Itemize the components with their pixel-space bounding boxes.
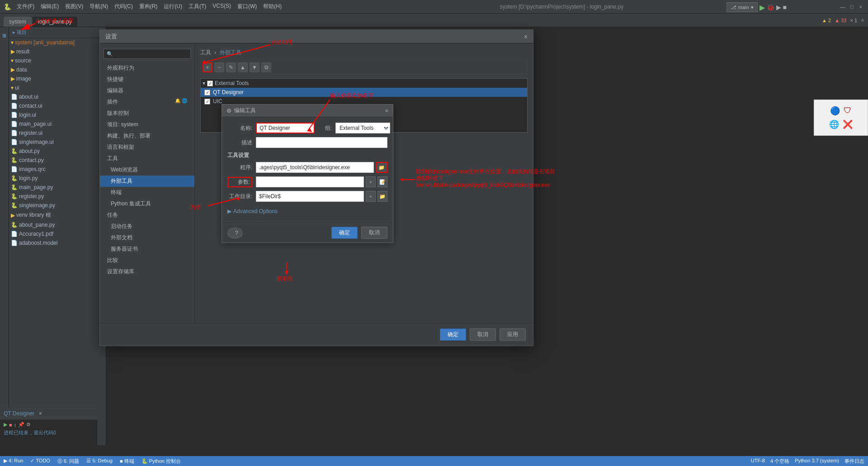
tree-venv[interactable]: ▶venv library 根 [9,210,106,220]
project-icon[interactable]: 项目 [0,29,8,33]
tree-image[interactable]: ▶ image [9,74,106,83]
edit-help-button[interactable]: ? [227,228,243,238]
desc-input[interactable] [256,137,387,148]
todo-tab[interactable]: ✓ TODO [30,458,50,465]
move-down-button[interactable]: ▼ [250,62,259,72]
menu-item-7[interactable]: 工具(T) [186,2,209,11]
edit-button[interactable]: ✎ [226,62,236,72]
sidebar-item-lang[interactable]: 语言和框架 [100,142,194,153]
menu-item-10[interactable]: 帮助(H) [260,2,284,11]
debug-tab[interactable]: ☰ 5: Debug [86,458,113,465]
tree-about-ui[interactable]: 📄about.ui [9,92,106,101]
debug-button[interactable]: 🐞 [767,4,774,11]
group-select[interactable]: External Tools [335,123,390,133]
params-macro-button[interactable]: 📝 [377,176,387,187]
network-icon[interactable]: 🌐 [829,119,839,129]
run-stop-button[interactable]: ■ [9,422,12,428]
menu-item-6[interactable]: 运行(U) [161,2,185,11]
run-pin-button[interactable]: 📌 [18,422,24,428]
antivirus-icon[interactable]: ❌ [843,119,853,129]
menu-item-5[interactable]: 重构(R) [137,2,160,11]
edit-dialog-close-button[interactable]: × [385,107,388,114]
sidebar-item-keymap[interactable]: 快捷键 [100,74,194,85]
menu-item-0[interactable]: 文件(F) [14,2,37,11]
sidebar-sub-python-integrated[interactable]: Python 集成工具 [100,198,194,209]
tree-login-ui[interactable]: 📄login.ui [9,110,106,119]
tree-result[interactable]: ▶ result [9,47,106,56]
tree-singleimage-py[interactable]: 🐍singleimage.py [9,201,106,210]
tree-ui[interactable]: ▾ ui [9,83,106,92]
tree-register-py[interactable]: 🐍register.py [9,192,106,201]
tree-main-page-py[interactable]: 🐍main_page.py [9,183,106,192]
tree-root[interactable]: ▾ system [anli_yuandaima] [9,38,106,47]
program-input[interactable] [256,162,374,173]
stop-button[interactable]: ■ [783,4,787,11]
coverage-button[interactable]: ▶ [776,4,781,11]
menu-item-4[interactable]: 代码(C) [112,2,136,11]
tab-system[interactable]: system [4,17,32,27]
settings-search-input[interactable] [104,49,191,59]
sidebar-sub-terminal[interactable]: 终端 [100,187,194,198]
security-icon[interactable]: 🛡 [844,106,852,116]
workdir-add-button[interactable]: + [366,191,376,202]
close-button[interactable]: × [857,3,864,10]
bluetooth-icon[interactable]: 🔵 [830,106,840,116]
sidebar-item-project[interactable]: 项目: system [100,119,194,130]
advanced-options-section[interactable]: ▶ Advanced Options [227,205,387,217]
run-button[interactable]: ▶ [760,3,765,12]
run-panel-close-tab[interactable]: × [39,410,42,417]
python-version[interactable]: Python 3.7 (system) [795,458,839,465]
edit-cancel-button[interactable]: 取消 [361,227,387,239]
edit-ok-button[interactable]: 确定 [331,227,358,239]
tree-about-py[interactable]: 🐍about.py [9,147,106,156]
tree-about-pane[interactable]: 🐍about_pane.py [9,220,106,229]
run-tab[interactable]: ▶ 4: Run [4,458,23,465]
sidebar-item-tasks[interactable]: 任务 [100,209,194,221]
titlebar-controls[interactable]: — □ × [839,3,864,10]
menu-item-8[interactable]: VCS(S) [210,2,234,11]
sidebar-sub-webbrowser[interactable]: Web浏览器 [100,164,194,176]
sidebar-sub-startup-tasks[interactable]: 启动任务 [100,221,194,232]
run-settings-button[interactable]: ⚙ [26,422,31,428]
params-input[interactable] [256,176,364,187]
menu-item-3[interactable]: 导航(N) [87,2,111,11]
tree-contact-py[interactable]: 🐍contact.py [9,156,106,165]
tree-main-page-ui[interactable]: 📄main_page.ui [9,119,106,128]
tree-item-qt-designer[interactable]: QT Designer [201,88,527,97]
tools-tree-parent-external[interactable]: ▾ External Tools [201,79,527,88]
settings-apply-button[interactable]: 应用 [500,328,526,341]
event-log[interactable]: 事件日志 [844,458,864,465]
sidebar-item-build[interactable]: 构建、执行、部署 [100,130,194,142]
python-console-tab[interactable]: 🐍 Python 控制台 [142,458,181,465]
tab-login-pane[interactable]: login_pane.py [33,17,77,27]
sidebar-item-vcs[interactable]: 版本控制 [100,108,194,119]
tree-adaboost[interactable]: 📄adaboost.model [9,238,106,247]
tree-data[interactable]: ▶ data [9,65,106,74]
settings-ok-button[interactable]: 确定 [440,328,466,341]
expand-badge[interactable]: ∧ [861,17,864,23]
add-button[interactable]: + [203,62,212,72]
branch-selector[interactable]: ⎇ main ▾ [726,2,758,12]
tree-images-qrc[interactable]: 📄images.qrc [9,165,106,174]
sidebar-sub-external-tools[interactable]: 外部工具 [100,176,194,187]
problems-tab[interactable]: ⓪ 6: 问题 [57,458,79,465]
tree-source[interactable]: ▾ source [9,56,106,65]
sidebar-item-editor[interactable]: 编辑器 [100,85,194,96]
run-scroll-button[interactable]: ↕ [14,422,17,428]
tree-accuracy[interactable]: 📄Accuracy1.pdf [9,229,106,238]
utf-encoding[interactable]: UTF-8 [751,458,765,465]
sidebar-item-diff[interactable]: 比较 [100,255,194,266]
minimize-button[interactable]: — [839,3,846,10]
indent-info[interactable]: 4 个空格 [770,458,789,465]
program-browse-button[interactable]: 📁 [376,162,387,173]
sidebar-sub-server-certs[interactable]: 服务器证书 [100,243,194,255]
move-up-button[interactable]: ▲ [238,62,248,72]
tree-login-py[interactable]: 🐍login.py [9,174,106,183]
workdir-macro-button[interactable]: 📁 [377,191,387,202]
maximize-button[interactable]: □ [848,3,855,10]
name-input[interactable] [256,123,315,133]
menu-item-9[interactable]: 窗口(W) [235,2,259,11]
uic-checkbox[interactable] [204,99,210,105]
run-play-button[interactable]: ▶ [4,422,7,428]
params-add-button[interactable]: + [366,176,376,187]
